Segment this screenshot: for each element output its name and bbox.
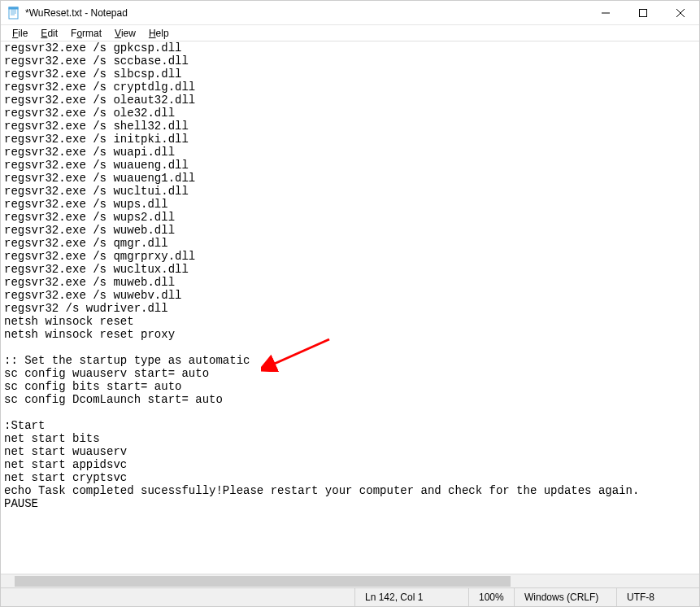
- statusbar: Ln 142, Col 1 100% Windows (CRLF) UTF-8: [1, 587, 699, 606]
- menu-edit[interactable]: Edit: [34, 26, 64, 41]
- notepad-icon: [7, 7, 20, 20]
- menu-format[interactable]: Format: [64, 26, 108, 41]
- menu-file[interactable]: File: [6, 26, 34, 41]
- editor-container: regsvr32.exe /s gpkcsp.dll regsvr32.exe …: [1, 41, 699, 574]
- text-editor[interactable]: regsvr32.exe /s gpkcsp.dll regsvr32.exe …: [1, 41, 699, 574]
- window-controls: [587, 1, 699, 24]
- minimize-icon: [602, 9, 610, 17]
- status-zoom: 100%: [468, 588, 514, 606]
- svg-rect-5: [9, 7, 19, 9]
- status-cursor-position: Ln 142, Col 1: [354, 588, 468, 606]
- horizontal-scrollbar[interactable]: [1, 574, 699, 587]
- menubar: File Edit Format View Help: [1, 25, 699, 41]
- svg-rect-7: [640, 9, 647, 16]
- maximize-button[interactable]: [624, 1, 662, 24]
- titlebar: *WuReset.txt - Notepad: [1, 1, 699, 25]
- status-encoding: UTF-8: [616, 588, 699, 606]
- maximize-icon: [639, 9, 647, 17]
- minimize-button[interactable]: [587, 1, 624, 24]
- horizontal-scrollbar-thumb[interactable]: [15, 576, 511, 587]
- close-icon: [676, 9, 685, 17]
- window-title: *WuReset.txt - Notepad: [25, 7, 587, 19]
- menu-view[interactable]: View: [108, 26, 142, 41]
- status-line-ending: Windows (CRLF): [514, 588, 616, 606]
- menu-help[interactable]: Help: [142, 26, 176, 41]
- close-button[interactable]: [662, 1, 699, 24]
